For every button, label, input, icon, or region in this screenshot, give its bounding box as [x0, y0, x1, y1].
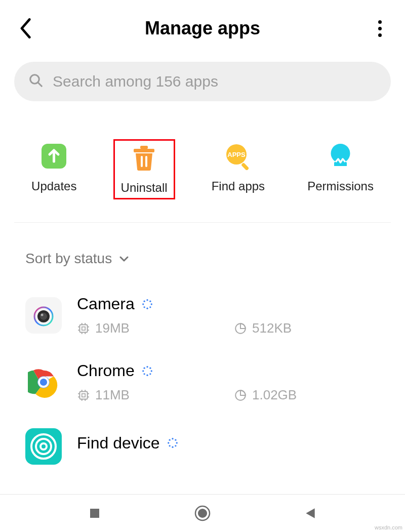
svg-point-59 — [172, 438, 173, 439]
svg-point-17 — [150, 303, 152, 305]
svg-point-10 — [331, 144, 350, 163]
more-menu-button[interactable] — [370, 18, 390, 38]
sort-label: Sort by status — [25, 251, 112, 267]
find-apps-label: Find apps — [212, 179, 265, 193]
svg-point-62 — [175, 445, 176, 446]
trash-icon — [130, 144, 158, 172]
svg-point-16 — [149, 300, 151, 302]
svg-point-58 — [40, 443, 47, 449]
search-input[interactable]: Search among 156 apps — [14, 62, 391, 101]
svg-point-22 — [143, 300, 145, 302]
chip-icon — [77, 389, 90, 402]
svg-point-57 — [36, 439, 51, 454]
uninstall-label: Uninstall — [121, 181, 168, 195]
permissions-button[interactable]: Permissions — [301, 139, 380, 199]
svg-point-40 — [149, 373, 151, 375]
svg-point-61 — [176, 442, 177, 443]
app-icon-chrome — [25, 364, 62, 400]
permissions-label: Permissions — [307, 179, 374, 193]
triangle-left-icon — [304, 507, 317, 520]
svg-point-14 — [41, 314, 44, 316]
loading-icon — [167, 437, 178, 448]
app-name: Find device — [77, 434, 160, 453]
app-name: Camera — [77, 295, 135, 313]
loading-icon — [142, 299, 153, 310]
find-apps-icon: APPS — [224, 142, 252, 170]
chevron-down-icon — [118, 253, 130, 265]
list-item[interactable]: Find device — [25, 416, 380, 477]
list-item[interactable]: Chrome — [25, 349, 380, 416]
svg-point-66 — [169, 439, 170, 440]
svg-line-1 — [38, 83, 42, 87]
updates-icon — [40, 142, 68, 170]
page-title: Manage apps — [35, 18, 370, 39]
svg-rect-45 — [79, 391, 87, 399]
app-storage: 11MB — [95, 387, 130, 403]
app-data: 512KB — [252, 320, 292, 336]
recents-button[interactable] — [85, 503, 105, 523]
svg-point-43 — [142, 370, 144, 372]
updates-label: Updates — [31, 179, 76, 193]
svg-point-20 — [143, 306, 145, 308]
back-nav-button[interactable] — [300, 503, 320, 523]
dots-vertical-icon — [378, 20, 382, 24]
svg-rect-24 — [82, 326, 86, 330]
svg-point-37 — [146, 366, 148, 367]
back-button[interactable] — [15, 18, 35, 38]
svg-point-15 — [146, 299, 148, 301]
app-icon-find-device — [25, 428, 62, 465]
svg-point-13 — [40, 313, 47, 320]
svg-rect-4 — [140, 146, 148, 149]
svg-rect-3 — [134, 149, 154, 152]
svg-text:APPS: APPS — [227, 151, 246, 158]
watermark: wsxdn.com — [375, 524, 402, 530]
uninstall-button[interactable]: Uninstall — [113, 139, 175, 199]
loading-icon — [142, 365, 153, 377]
svg-point-41 — [146, 374, 148, 376]
pie-icon — [234, 322, 247, 335]
svg-point-19 — [146, 307, 148, 309]
svg-point-36 — [39, 378, 48, 387]
svg-point-65 — [168, 442, 169, 443]
permissions-icon — [327, 142, 354, 170]
svg-point-38 — [149, 367, 151, 369]
svg-point-69 — [198, 509, 207, 518]
svg-point-42 — [143, 373, 145, 375]
square-icon — [89, 507, 101, 519]
svg-point-64 — [169, 445, 170, 446]
search-icon — [28, 73, 44, 90]
search-placeholder: Search among 156 apps — [53, 73, 218, 90]
svg-point-21 — [142, 303, 144, 305]
circle-icon — [194, 505, 211, 522]
svg-rect-9 — [241, 162, 249, 170]
find-apps-button[interactable]: APPS Find apps — [206, 139, 271, 199]
chevron-left-icon — [19, 18, 32, 38]
svg-point-60 — [175, 439, 176, 440]
svg-rect-46 — [82, 393, 86, 397]
app-name: Chrome — [77, 361, 135, 380]
navigation-bar — [0, 494, 405, 532]
svg-point-39 — [150, 370, 152, 372]
svg-rect-67 — [90, 509, 99, 518]
app-icon-camera — [25, 297, 62, 334]
sort-dropdown[interactable]: Sort by status — [0, 223, 405, 282]
updates-button[interactable]: Updates — [25, 139, 83, 199]
svg-point-44 — [143, 367, 145, 369]
app-storage: 19MB — [95, 320, 130, 336]
chip-icon — [77, 322, 90, 335]
pie-icon — [234, 389, 247, 402]
app-data: 1.02GB — [252, 387, 297, 403]
svg-point-18 — [149, 306, 151, 308]
home-button[interactable] — [192, 503, 213, 523]
svg-rect-23 — [79, 324, 87, 332]
list-item[interactable]: Camera — [25, 282, 380, 349]
svg-point-63 — [172, 446, 173, 448]
